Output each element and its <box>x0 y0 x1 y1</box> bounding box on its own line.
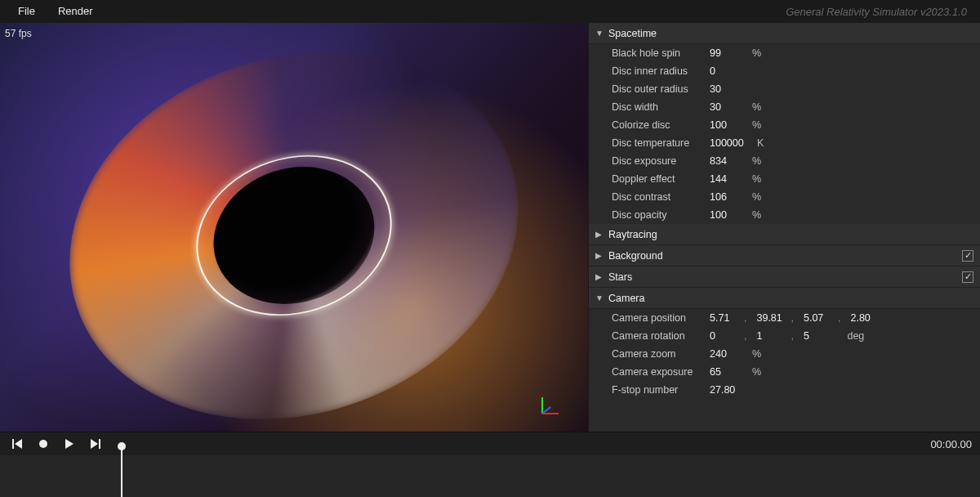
param-value[interactable]: 30 <box>710 101 749 113</box>
play-icon <box>64 438 75 450</box>
skip-end-button[interactable] <box>87 435 105 453</box>
menu-file[interactable]: File <box>7 0 47 23</box>
svg-line-2 <box>542 407 550 414</box>
section-background-header[interactable]: ▶ Background ✓ <box>589 245 980 266</box>
section-spacetime-label: Spacetime <box>605 28 973 39</box>
param-disc-width[interactable]: Disc width 30 % <box>589 98 980 116</box>
svg-marker-4 <box>15 439 22 449</box>
param-unit: % <box>749 155 768 167</box>
param-value[interactable]: 5.71, 39.81, 5.07, 2.80 <box>710 312 884 324</box>
section-camera-body: Camera position 5.71, 39.81, 5.07, 2.80 … <box>589 309 980 399</box>
param-disc-opacity[interactable]: Disc opacity 100 % <box>589 206 980 224</box>
param-disc-contrast[interactable]: Disc contrast 106 % <box>589 188 980 206</box>
param-colorize-disc[interactable]: Colorize disc 100 % <box>589 116 980 134</box>
param-label: Camera zoom <box>612 348 710 360</box>
timeline-track[interactable] <box>0 455 980 497</box>
section-spacetime-header[interactable]: ▼ Spacetime <box>589 23 980 44</box>
param-disc-temperature[interactable]: Disc temperature 100000K <box>589 134 980 152</box>
param-value[interactable]: 240 <box>710 348 749 360</box>
param-label: Colorize disc <box>612 119 710 131</box>
param-doppler-effect[interactable]: Doppler effect 144 % <box>589 170 980 188</box>
timeline-panel: 00:00.00 <box>0 432 980 497</box>
param-label: Disc width <box>612 101 710 113</box>
param-value[interactable]: 65 <box>710 366 749 378</box>
param-value[interactable]: 100 <box>710 119 749 131</box>
param-label: Disc exposure <box>612 155 710 167</box>
properties-panel[interactable]: ▼ Spacetime Black hole spin 99 % Disc in… <box>588 23 980 432</box>
param-value[interactable]: 100000 <box>710 137 757 149</box>
menu-bar: File Render General Relativity Simulator… <box>0 0 980 23</box>
chevron-right-icon: ▶ <box>595 272 605 281</box>
param-unit: K <box>757 137 777 149</box>
param-unit: % <box>749 348 768 360</box>
fps-counter: 57 fps <box>5 28 32 39</box>
param-label: Disc outer radius <box>612 83 710 95</box>
param-disc-outer-radius[interactable]: Disc outer radius 30 <box>589 80 980 98</box>
param-camera-rotation[interactable]: Camera rotation 0, 1, 5 deg <box>589 327 980 345</box>
param-f-stop-number[interactable]: F-stop number 27.80 <box>589 381 980 399</box>
section-stars-header[interactable]: ▶ Stars ✓ <box>589 266 980 288</box>
param-value[interactable]: 30 <box>710 83 749 95</box>
record-button[interactable] <box>34 435 52 453</box>
param-label: Disc temperature <box>612 137 710 149</box>
chevron-down-icon: ▼ <box>595 29 605 38</box>
menu-render[interactable]: Render <box>47 0 105 23</box>
param-unit: % <box>749 101 768 113</box>
svg-marker-6 <box>65 439 74 449</box>
param-label: Black hole spin <box>612 47 710 59</box>
param-unit: % <box>749 209 768 221</box>
section-background-label: Background <box>605 250 962 262</box>
param-value[interactable]: 27.80 <box>710 384 749 396</box>
section-stars-label: Stars <box>605 271 962 283</box>
param-label: Camera position <box>612 312 710 324</box>
record-icon <box>38 438 49 450</box>
param-value[interactable]: 0 <box>710 65 749 77</box>
param-value[interactable]: 0, 1, 5 deg <box>710 330 865 342</box>
param-unit: % <box>749 191 768 203</box>
param-camera-zoom[interactable]: Camera zoom 240 % <box>589 345 980 363</box>
param-disc-exposure[interactable]: Disc exposure 834 % <box>589 152 980 170</box>
chevron-down-icon: ▼ <box>595 293 605 302</box>
section-raytracing-header[interactable]: ▶ Raytracing <box>589 224 980 245</box>
render-viewport[interactable]: 57 fps <box>0 23 588 432</box>
svg-rect-8 <box>99 439 100 449</box>
timeline-time: 00:00.00 <box>930 438 972 450</box>
param-camera-exposure[interactable]: Camera exposure 65 % <box>589 363 980 381</box>
section-spacetime-body: Black hole spin 99 % Disc inner radius 0… <box>589 44 980 224</box>
stars-checkbox[interactable]: ✓ <box>962 271 973 283</box>
playhead[interactable] <box>121 447 122 497</box>
param-black-hole-spin[interactable]: Black hole spin 99 % <box>589 44 980 62</box>
chevron-right-icon: ▶ <box>595 230 605 239</box>
param-label: Doppler effect <box>612 173 710 185</box>
param-label: Disc contrast <box>612 191 710 203</box>
section-camera-header[interactable]: ▼ Camera <box>589 288 980 309</box>
app-version: General Relativity Simulator v2023.1.0 <box>786 6 973 18</box>
param-unit: % <box>749 47 768 59</box>
param-label: F-stop number <box>612 384 710 396</box>
axis-gizmo-icon <box>539 392 564 417</box>
timeline-controls: 00:00.00 <box>0 432 980 455</box>
param-camera-position[interactable]: Camera position 5.71, 39.81, 5.07, 2.80 <box>589 309 980 327</box>
param-value[interactable]: 834 <box>710 155 749 167</box>
param-disc-inner-radius[interactable]: Disc inner radius 0 <box>589 62 980 80</box>
param-unit: % <box>749 119 768 131</box>
param-value[interactable]: 100 <box>710 209 749 221</box>
play-button[interactable] <box>60 435 78 453</box>
background-checkbox[interactable]: ✓ <box>962 250 973 262</box>
skip-start-icon <box>11 438 23 450</box>
chevron-right-icon: ▶ <box>595 251 605 260</box>
param-label: Disc opacity <box>612 209 710 221</box>
skip-start-button[interactable] <box>8 435 26 453</box>
svg-rect-3 <box>12 439 14 449</box>
svg-marker-7 <box>91 439 98 449</box>
main-area: 57 fps ▼ Spacetime Black hole spin 99 % … <box>0 23 980 432</box>
svg-point-5 <box>39 440 47 448</box>
param-value[interactable]: 99 <box>710 47 749 59</box>
param-label: Disc inner radius <box>612 65 710 77</box>
param-label: Camera exposure <box>612 366 710 378</box>
param-unit: % <box>749 173 768 185</box>
param-value[interactable]: 144 <box>710 173 749 185</box>
param-unit: % <box>749 366 768 378</box>
section-camera-label: Camera <box>605 293 973 304</box>
param-value[interactable]: 106 <box>710 191 749 203</box>
